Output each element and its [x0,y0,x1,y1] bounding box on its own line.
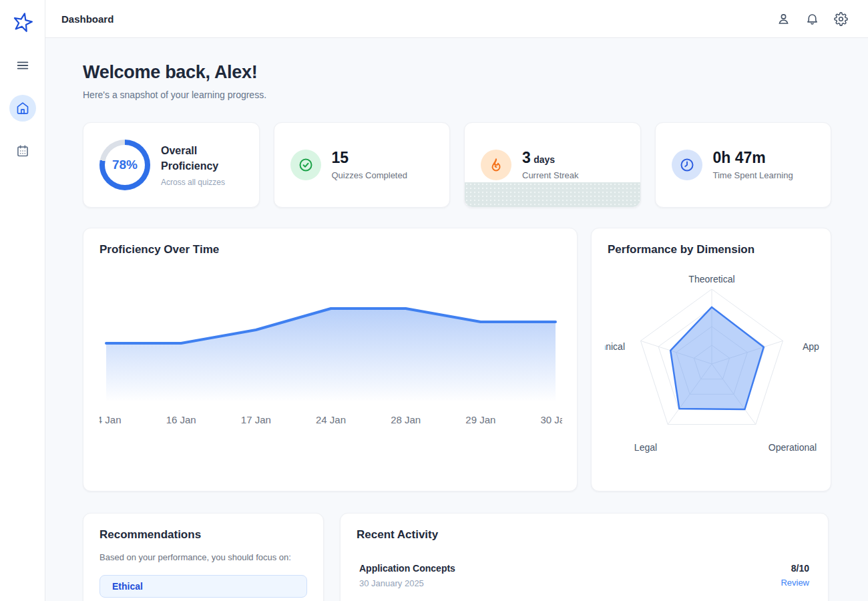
stat-unit: days [533,154,555,165]
main-column: Dashboard [45,0,868,601]
sidebar-menu-button[interactable] [9,52,36,79]
flame-icon [488,157,504,173]
stat-card-quizzes-completed: 15 Quizzes Completed [274,122,451,208]
stat-label: Time Spent Learning [713,170,793,180]
stat-value: 0h 47m [713,150,793,166]
radar-axis-label: App [803,341,819,352]
welcome-heading: Welcome back, Alex! [83,62,831,83]
proficiency-percent: 78% [112,158,138,172]
sidebar-item-calendar[interactable] [9,138,36,164]
line-chart-title: Proficiency Over Time [99,243,561,256]
recommendations-card: Recommendations Based on your performanc… [83,513,324,601]
gear-icon [834,12,848,26]
x-axis-label: 29 Jan [465,414,495,425]
stat-icon-wrap [672,150,702,180]
stat-value: 3 [522,149,531,166]
x-axis-label: 14 Jan [99,414,122,425]
bell-icon [805,12,819,26]
radar-axis-label: Theoretical [688,274,734,284]
content-area: Welcome back, Alex! Here's a snapshot of… [45,38,868,601]
clock-icon [679,157,695,173]
activity-name: Application Concepts [359,563,455,574]
x-axis-label: 24 Jan [316,414,346,425]
x-axis-label: 16 Jan [166,414,196,425]
notifications-button[interactable] [805,12,819,26]
charts-row: Proficiency Over Time [83,228,831,491]
hamburger-icon [15,58,30,73]
user-icon [777,12,791,26]
recommendation-label: Ethical [112,581,143,592]
recent-activity-title: Recent Activity [357,528,812,542]
recommendations-subtitle: Based on your performance, you should fo… [99,552,307,562]
proficiency-ring: 78% [99,140,150,190]
stat-value: 15 [332,150,407,166]
stat-card-current-streak: 3 days Current Streak [464,122,641,208]
radar-axis-label: Operational [769,442,817,453]
line-chart: 14 Jan16 Jan17 Jan24 Jan28 Jan29 Jan30 J… [99,282,561,429]
recent-activity-card: Recent Activity Application Concepts 30 … [340,513,829,601]
sidebar-item-home[interactable] [9,95,36,122]
topbar-actions [777,12,848,26]
recommendations-title: Recommendations [99,528,307,542]
radar-chart-svg: TheoreticalAppOperationalLegalTechnical [605,265,831,465]
welcome-subtitle: Here's a snapshot of your learning progr… [83,89,831,100]
stat-icon-wrap [290,150,321,180]
settings-button[interactable] [834,12,848,26]
radar-data-polygon [670,307,764,409]
review-link[interactable]: Review [781,578,809,588]
line-chart-card: Proficiency Over Time [83,228,578,491]
topbar: Dashboard [45,0,868,38]
stat-card-time-spent: 0h 47m Time Spent Learning [655,122,832,208]
star-logo-icon [11,11,34,34]
home-icon [16,102,29,115]
bottom-row: Recommendations Based on your performanc… [83,513,831,601]
x-axis-label: 30 Jan [540,414,562,425]
recommendation-pill-ethical[interactable]: Ethical [99,575,307,598]
selection-highlight-overlay [465,182,640,207]
radar-axis-label: Legal [634,442,657,453]
stat-label: Current Streak [522,170,579,180]
activity-score: 8/10 [781,563,809,574]
area-chart-svg [99,282,562,402]
calendar-icon [16,144,29,158]
app-logo [9,9,36,36]
radar-chart-card: Performance by Dimension TheoreticalAppO… [591,228,831,491]
profile-button[interactable] [777,12,791,26]
app-root: Dashboard [0,0,868,601]
stat-subtitle: Across all quizzes [161,178,234,187]
x-axis-label: 28 Jan [391,414,421,425]
activity-list-item: Application Concepts 30 January 2025 8/1… [357,563,812,588]
stat-icon-wrap [481,150,511,180]
sidebar [0,0,45,601]
x-axis-labels: 14 Jan16 Jan17 Jan24 Jan28 Jan29 Jan30 J… [99,414,562,429]
x-axis-label: 17 Jan [241,414,271,425]
check-circle-icon [298,157,314,173]
stats-row: 78% Overall Proficiency Across all quizz… [83,122,831,208]
stat-title: Overall Proficiency [161,143,234,174]
radar-axis-label: Technical [605,341,625,352]
page-title: Dashboard [61,13,114,25]
radar-chart-title: Performance by Dimension [608,243,815,256]
activity-date: 30 January 2025 [359,578,455,588]
stat-card-overall-proficiency: 78% Overall Proficiency Across all quizz… [83,122,260,208]
stat-label: Quizzes Completed [332,170,407,180]
proficiency-ring-inner: 78% [105,145,145,185]
